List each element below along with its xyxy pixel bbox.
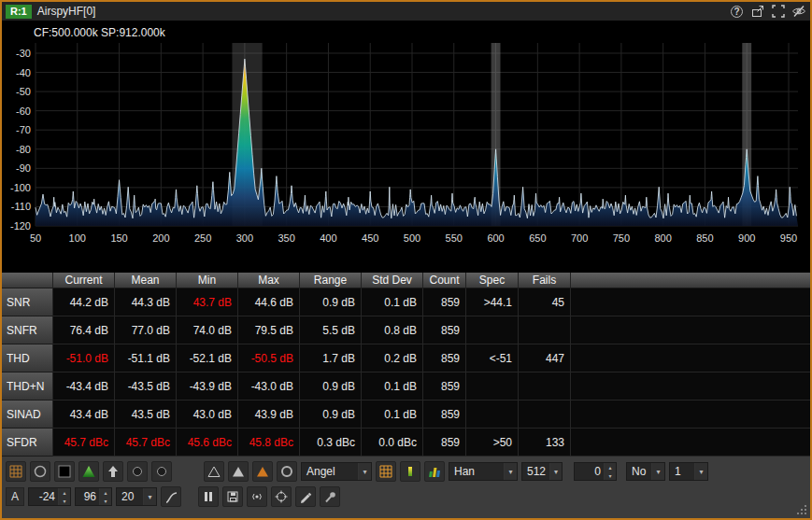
fft-size-select[interactable]: 512 ▾: [521, 462, 563, 481]
averaging-mode-select[interactable]: No ▾: [626, 462, 665, 481]
table-cell: 44.6 dB: [238, 288, 300, 316]
table-cell: [571, 316, 810, 344]
column-header: Fails: [519, 273, 571, 288]
grid-icon: [8, 464, 23, 479]
response-curve-button[interactable]: [161, 486, 181, 507]
column-header: Count: [423, 273, 466, 288]
spectrum-plot[interactable]: -30-40-50-60-70-80-90-100-110-1205010015…: [2, 21, 810, 250]
table-cell: 859: [423, 401, 466, 429]
table-cell: [519, 372, 571, 401]
average-trace-button[interactable]: [228, 461, 249, 482]
table-cell: [571, 288, 810, 316]
x-axis-label: 800: [654, 232, 671, 244]
table-cell: 76.4 dB: [53, 316, 115, 344]
broadcast-button[interactable]: [247, 486, 267, 507]
spin-down-icon[interactable]: ▾: [100, 497, 111, 505]
colormap-select[interactable]: Angel ▾: [301, 462, 372, 481]
ref-level-spinner[interactable]: -24 ▴▾: [28, 487, 71, 506]
knob-icon: [130, 464, 145, 479]
table-cell: 77.0 dB: [115, 316, 177, 344]
averaging-count-select[interactable]: 1 ▾: [669, 462, 708, 481]
column-header: Max: [238, 273, 300, 288]
spectrogram-3d-button[interactable]: [424, 461, 445, 482]
table-cell: -52.1 dB: [177, 344, 238, 372]
spin-up-icon[interactable]: ▴: [59, 488, 70, 497]
trace-a-button[interactable]: A: [6, 487, 24, 506]
x-axis-label: 900: [738, 232, 755, 244]
triangle-orange-icon: [255, 464, 270, 479]
maximize-button[interactable]: [770, 4, 786, 19]
freeze-button[interactable]: [198, 486, 219, 507]
table-cell: 859: [423, 316, 466, 344]
save-button[interactable]: [222, 486, 243, 507]
titlebar[interactable]: R:1 AirspyHF[0] ?: [2, 2, 810, 21]
dial-button-2[interactable]: [151, 461, 172, 482]
spin-up-icon[interactable]: ▴: [605, 463, 616, 471]
pin-button[interactable]: [320, 486, 340, 507]
table-cell: 45.8 dBc: [238, 429, 300, 457]
grid-intensity-button[interactable]: [30, 461, 50, 482]
x-axis-label: 150: [110, 232, 127, 244]
dial-button-1[interactable]: [127, 461, 148, 482]
table-cell: [466, 372, 519, 401]
histogram-bar-icon: [403, 464, 418, 479]
spectrum-toolbar-bottom: A -24 ▴▾ 96 ▴▾ 20 ▾: [6, 485, 806, 508]
column-header: Std Dev: [362, 273, 423, 288]
markers-button[interactable]: [271, 486, 292, 507]
broadcast-icon: [249, 489, 264, 504]
histogram-stroke-button[interactable]: [277, 461, 297, 482]
x-axis-label: 250: [194, 232, 211, 244]
help-button[interactable]: ?: [729, 4, 745, 19]
spin-down-icon[interactable]: ▾: [605, 471, 616, 480]
gradient-fill-button[interactable]: [78, 461, 99, 482]
fft-window-select[interactable]: Han ▾: [449, 462, 518, 481]
histogram-button[interactable]: [400, 461, 420, 482]
range-spinner[interactable]: 96 ▴▾: [75, 487, 112, 506]
move-window-button[interactable]: [749, 4, 765, 19]
resize-grip[interactable]: [796, 504, 807, 515]
grid-button[interactable]: [6, 461, 26, 482]
table-cell: [519, 316, 571, 344]
averaging-count-value: 1: [675, 465, 691, 478]
column-header: Mean: [115, 273, 177, 288]
table-cell: 44.2 dB: [53, 288, 115, 316]
arrow-up-button[interactable]: [103, 461, 123, 482]
table-cell: 859: [423, 372, 466, 401]
ref-level-value: -24: [29, 488, 58, 505]
max-hold-button[interactable]: [252, 461, 273, 482]
spin-down-icon[interactable]: ▾: [59, 497, 70, 505]
table-cell: -43.4 dB: [53, 372, 115, 401]
chevron-down-icon: ▾: [143, 488, 156, 505]
table-cell: [571, 429, 810, 457]
current-trace-button[interactable]: [204, 461, 224, 482]
y-axis-label: -90: [16, 162, 31, 174]
spectrum-display[interactable]: -30-40-50-60-70-80-90-100-110-1205010015…: [2, 21, 810, 250]
device-index-badge[interactable]: R:1: [6, 5, 32, 19]
spectrum-toolbar-top: Angel ▾: [6, 460, 806, 483]
waterfall-button[interactable]: [376, 461, 396, 482]
triangle-filled-icon: [231, 464, 246, 479]
fps-select[interactable]: 20 ▾: [116, 487, 157, 506]
x-axis-label: 300: [236, 232, 253, 244]
chevron-down-icon: ▾: [651, 463, 664, 480]
table-cell: -50.5 dB: [238, 344, 300, 372]
chevron-down-icon: ▾: [358, 463, 371, 480]
table-cell: 0.9 dB: [300, 288, 362, 316]
overlap-spinner[interactable]: 0 ▴▾: [574, 462, 617, 481]
table-cell: 133: [519, 429, 571, 457]
spin-up-icon[interactable]: ▴: [100, 488, 111, 497]
table-cell: [466, 316, 519, 344]
y-axis-label: -100: [10, 182, 31, 193]
y-axis-label: -80: [16, 144, 31, 155]
table-corner-header: [2, 273, 53, 288]
hide-window-button[interactable]: [791, 4, 806, 19]
knob-icon: [154, 464, 169, 479]
annotation-button[interactable]: [295, 486, 316, 507]
table-cell: 0.8 dB: [362, 316, 423, 344]
trace-color-button[interactable]: [54, 461, 75, 482]
table-cell: [571, 372, 810, 401]
maximize-icon: [771, 4, 786, 19]
measurements-table: CurrentMeanMinMaxRangeStd DevCountSpecFa…: [2, 273, 810, 457]
table-cell: -43.9 dB: [177, 372, 238, 401]
table-cell: 0.1 dB: [362, 401, 423, 429]
